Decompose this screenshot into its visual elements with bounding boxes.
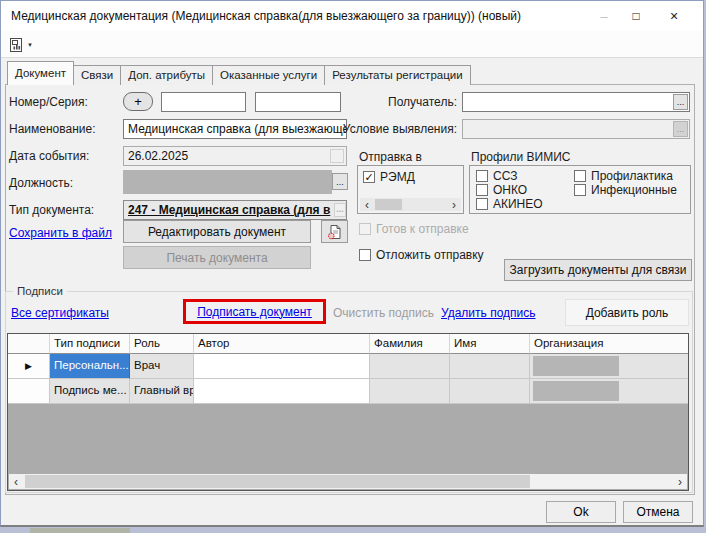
row-indicator-cell bbox=[8, 379, 50, 404]
table-scrollbar[interactable]: ‹ › bbox=[9, 474, 687, 489]
window-title: Медицинская документация (Медицинская сп… bbox=[11, 1, 521, 31]
remd-label: РЭМД bbox=[380, 170, 415, 184]
checkbox-icon bbox=[476, 170, 488, 182]
remd-checkbox[interactable]: ✓ РЭМД bbox=[363, 170, 415, 184]
doc-type-value: 247 - Медицинская справка (для в bbox=[128, 203, 330, 217]
load-documents-button[interactable]: Загрузить документы для связи bbox=[504, 259, 692, 281]
close-icon[interactable]: × bbox=[659, 1, 689, 31]
send-to-scrollbar[interactable]: ‹ › bbox=[360, 198, 461, 211]
series-input[interactable] bbox=[255, 92, 341, 112]
column-header-organization[interactable]: Организация bbox=[530, 334, 688, 354]
send-to-label: Отправка в bbox=[359, 147, 422, 167]
cell-type[interactable]: Персональн... bbox=[50, 354, 130, 379]
all-certificates-link[interactable]: Все сертификаты bbox=[11, 306, 109, 320]
column-header-name[interactable]: Имя bbox=[450, 334, 530, 354]
vimis-box: ССЗ ОНКО АКИНЕО Профилактика Инфекционны… bbox=[469, 165, 691, 214]
vimis-infectious-label: Инфекционные bbox=[591, 183, 677, 197]
edit-document-button[interactable]: Редактировать документ bbox=[123, 220, 311, 243]
cell-type[interactable]: Подпись ме... bbox=[50, 379, 130, 404]
scrollbar-thumb[interactable] bbox=[25, 475, 530, 488]
detection-condition-input[interactable] bbox=[462, 119, 690, 139]
document-seal-icon bbox=[327, 224, 342, 240]
checkbox-icon bbox=[574, 184, 586, 196]
scroll-right-icon[interactable]: › bbox=[447, 198, 461, 211]
ok-button[interactable]: Ok bbox=[546, 501, 616, 523]
report-menu-button[interactable]: ▼ bbox=[6, 34, 40, 55]
cell-surname[interactable] bbox=[370, 354, 450, 379]
tab-services[interactable]: Оказанные услуги bbox=[212, 65, 325, 85]
row-indicator-cell: ▶ bbox=[8, 354, 50, 379]
column-header-type[interactable]: Тип подписи bbox=[50, 334, 130, 354]
save-to-file-link[interactable]: Сохранить в файл bbox=[9, 226, 112, 240]
desktop-fragment bbox=[30, 528, 130, 533]
checked-checkbox-icon: ✓ bbox=[363, 171, 375, 183]
cancel-button[interactable]: Отмена bbox=[623, 501, 693, 523]
organization-redacted-value bbox=[533, 356, 619, 376]
event-date-input[interactable]: 26.02.2025 bbox=[123, 146, 347, 166]
title-bar: Медицинская документация (Медицинская сп… bbox=[1, 1, 703, 31]
add-role-button[interactable]: Добавить роль bbox=[565, 299, 689, 326]
tab-document[interactable]: Документ bbox=[7, 61, 74, 85]
scroll-left-icon[interactable]: ‹ bbox=[360, 198, 374, 211]
vimis-infectious-checkbox[interactable]: Инфекционные bbox=[574, 183, 677, 197]
detection-condition-label: Условие выявления: bbox=[341, 119, 457, 139]
scroll-left-icon[interactable]: ‹ bbox=[9, 474, 23, 489]
postpone-send-checkbox[interactable]: Отложить отправку bbox=[359, 248, 484, 262]
vimis-onko-checkbox[interactable]: ОНКО bbox=[476, 183, 527, 197]
tab-extra-attributes[interactable]: Доп. атрибуты bbox=[120, 65, 213, 85]
vimis-onko-label: ОНКО bbox=[493, 183, 527, 197]
cell-role[interactable]: Главный врач bbox=[130, 379, 194, 404]
doc-type-input[interactable]: 247 - Медицинская справка (для в ... bbox=[123, 200, 347, 220]
scrollbar-thumb[interactable] bbox=[375, 199, 402, 210]
cell-surname[interactable] bbox=[370, 379, 450, 404]
vimis-ssz-label: ССЗ bbox=[493, 169, 517, 183]
cell-author[interactable] bbox=[194, 354, 370, 379]
delete-signature-link[interactable]: Удалить подпись bbox=[441, 306, 536, 320]
cell-name[interactable] bbox=[450, 354, 530, 379]
scroll-right-icon[interactable]: › bbox=[673, 474, 687, 489]
column-header-surname[interactable]: Фамилия bbox=[370, 334, 450, 354]
maximize-icon[interactable]: □ bbox=[621, 1, 651, 31]
doc-type-ellipsis-button[interactable]: ... bbox=[334, 203, 346, 217]
detection-condition-ellipsis-button[interactable]: ... bbox=[673, 121, 688, 137]
event-date-label: Дата события: bbox=[9, 146, 117, 166]
minimize-icon[interactable]: – bbox=[589, 1, 619, 31]
vimis-prophylaxis-label: Профилактика bbox=[591, 169, 673, 183]
cell-name[interactable] bbox=[450, 379, 530, 404]
tab-registration-results[interactable]: Результаты регистрации bbox=[324, 65, 470, 85]
cell-role[interactable]: Врач bbox=[130, 354, 194, 379]
cell-organization[interactable] bbox=[530, 354, 688, 379]
ready-to-send-checkbox[interactable]: Готов к отправке bbox=[359, 222, 469, 236]
screen: Медицинская документация (Медицинская сп… bbox=[0, 0, 706, 533]
add-number-button[interactable]: + bbox=[123, 92, 153, 111]
vimis-profiles-label: Профили ВИМИС bbox=[471, 147, 571, 167]
cell-organization[interactable] bbox=[530, 379, 688, 404]
row-header-corner bbox=[8, 334, 50, 354]
toolbar: ▼ bbox=[1, 31, 703, 58]
tab-links[interactable]: Связи bbox=[73, 65, 121, 85]
signatures-table: Тип подписи Роль Автор Фамилия Имя Орган… bbox=[7, 333, 689, 491]
column-header-role[interactable]: Роль bbox=[130, 334, 194, 354]
number-series-label: Номер/Серия: bbox=[9, 92, 117, 112]
vimis-ssz-checkbox[interactable]: ССЗ bbox=[476, 169, 517, 183]
report-icon bbox=[9, 37, 24, 53]
vimis-akineo-checkbox[interactable]: АКИНЕО bbox=[476, 197, 543, 211]
event-date-value: 26.02.2025 bbox=[128, 149, 188, 163]
clear-signature-label: Очистить подпись bbox=[333, 306, 434, 320]
column-header-author[interactable]: Автор bbox=[194, 334, 370, 354]
checkbox-icon bbox=[574, 170, 586, 182]
number-input[interactable] bbox=[161, 92, 246, 112]
cell-author[interactable] bbox=[194, 379, 370, 404]
position-redacted-value bbox=[123, 170, 332, 194]
date-picker-button[interactable] bbox=[330, 149, 344, 163]
name-input[interactable]: Медицинская справка (для выезжающего bbox=[123, 119, 347, 139]
print-document-button[interactable]: Печать документа bbox=[123, 246, 311, 269]
recipient-ellipsis-button[interactable]: ... bbox=[673, 94, 688, 110]
recipient-input[interactable] bbox=[462, 92, 690, 112]
vimis-prophylaxis-checkbox[interactable]: Профилактика bbox=[574, 169, 673, 183]
signed-document-icon-button[interactable] bbox=[321, 220, 348, 243]
organization-redacted-value bbox=[533, 381, 619, 401]
sign-document-link[interactable]: Подписать документ bbox=[197, 305, 312, 319]
ready-to-send-label: Готов к отправке bbox=[376, 222, 469, 236]
position-ellipsis-button[interactable]: ... bbox=[332, 173, 348, 190]
